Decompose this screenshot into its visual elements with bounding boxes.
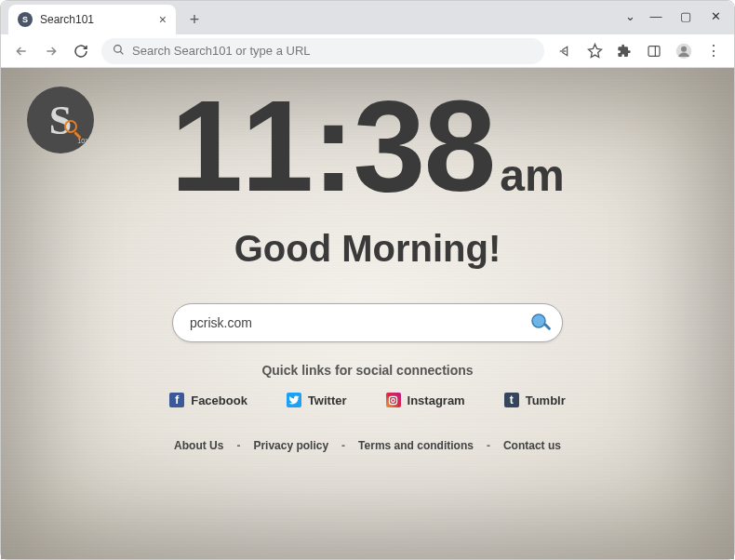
clock-ampm: am (500, 150, 564, 201)
toolbar: Search Search101 or type a URL ⋮ (1, 34, 734, 68)
search-button[interactable] (525, 307, 556, 339)
footer-terms[interactable]: Terms and conditions (358, 439, 474, 452)
arrow-left-icon (14, 44, 29, 59)
new-tab-button[interactable]: + (181, 7, 207, 33)
separator: - (341, 439, 345, 452)
social-label: Instagram (408, 393, 465, 407)
avatar-icon (675, 43, 692, 60)
social-links: f Facebook Twitter Instagram t (169, 393, 566, 407)
svg-point-7 (392, 398, 395, 402)
social-instagram[interactable]: Instagram (386, 393, 465, 407)
svg-rect-5 (543, 323, 551, 330)
bookmark-button[interactable] (581, 38, 608, 64)
social-label: Facebook (191, 393, 247, 407)
social-facebook[interactable]: f Facebook (169, 393, 247, 407)
browser-window: S Search101 × + ⌄ — ▢ ✕ Search Search101… (0, 0, 735, 560)
social-label: Tumblr (526, 393, 566, 407)
forward-button[interactable] (38, 38, 64, 64)
browser-tab[interactable]: S Search101 × (8, 5, 176, 34)
page-content: S 101 11:38 am Good Morning! Quick links… (1, 68, 734, 559)
close-tab-icon[interactable]: × (159, 12, 167, 27)
social-twitter[interactable]: Twitter (287, 393, 347, 407)
svg-rect-1 (648, 46, 660, 56)
svg-rect-6 (389, 396, 396, 404)
separator: - (487, 439, 490, 452)
quicklinks-label: Quick links for social connections (261, 363, 473, 378)
instagram-icon (386, 393, 401, 407)
magnifier-icon (529, 312, 552, 334)
sidepanel-button[interactable] (641, 38, 667, 64)
minimize-button[interactable]: — (643, 5, 669, 27)
back-button[interactable] (8, 38, 34, 64)
arrow-right-icon (44, 44, 59, 59)
star-icon (587, 43, 603, 59)
close-window-button[interactable]: ✕ (702, 5, 728, 27)
main-content: 11:38 am Good Morning! Quick links for s… (1, 68, 734, 559)
footer-about[interactable]: About Us (174, 439, 223, 452)
svg-point-4 (532, 314, 545, 327)
tab-favicon: S (18, 12, 33, 27)
omnibox-placeholder: Search Search101 or type a URL (132, 44, 311, 58)
puzzle-icon (617, 44, 632, 59)
footer-contact[interactable]: Contact us (503, 439, 561, 452)
facebook-icon: f (169, 393, 184, 407)
reload-icon (74, 44, 88, 59)
clock: 11:38 am (170, 81, 564, 211)
kebab-icon: ⋮ (706, 42, 721, 60)
greeting-text: Good Morning! (234, 228, 501, 270)
twitter-icon (287, 393, 301, 407)
omnibox[interactable]: Search Search101 or type a URL (101, 38, 544, 64)
social-tumblr[interactable]: t Tumblr (504, 393, 566, 407)
footer-links: About Us - Privacy policy - Terms and co… (174, 439, 561, 452)
search-icon (113, 44, 125, 59)
tab-title: Search101 (40, 13, 94, 26)
separator: - (236, 439, 240, 452)
maximize-button[interactable]: ▢ (673, 5, 699, 27)
share-button[interactable] (552, 38, 578, 64)
tumblr-icon: t (504, 393, 519, 407)
extensions-button[interactable] (611, 38, 637, 64)
search-box[interactable] (172, 303, 563, 342)
menu-button[interactable]: ⋮ (701, 38, 727, 64)
titlebar: S Search101 × + ⌄ — ▢ ✕ (1, 1, 734, 34)
window-controls: ⌄ — ▢ ✕ (621, 5, 728, 27)
share-icon (557, 44, 572, 59)
panel-icon (647, 44, 662, 59)
footer-privacy[interactable]: Privacy policy (253, 439, 328, 452)
svg-point-3 (681, 46, 687, 51)
social-label: Twitter (308, 393, 347, 407)
reload-button[interactable] (68, 38, 94, 64)
search-input[interactable] (190, 315, 525, 330)
tab-dropdown-icon[interactable]: ⌄ (621, 5, 639, 27)
clock-time: 11:38 (170, 81, 494, 211)
profile-button[interactable] (671, 38, 697, 64)
svg-point-0 (114, 45, 122, 52)
